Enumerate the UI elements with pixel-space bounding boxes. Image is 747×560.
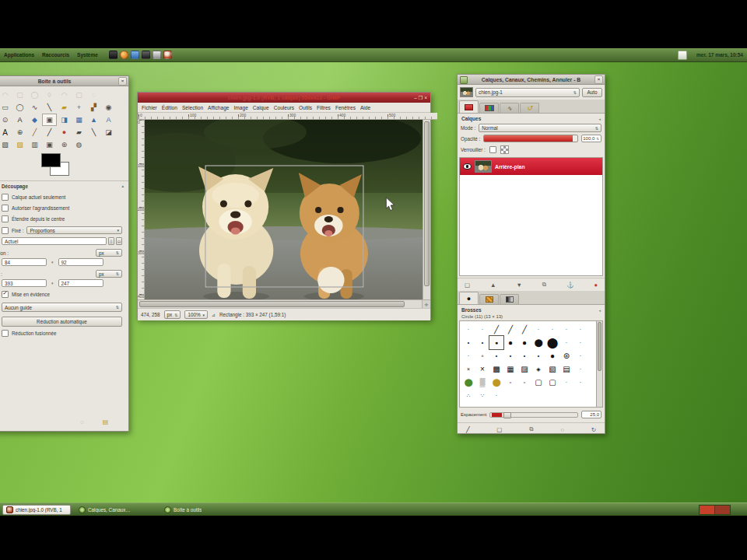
brush-thumbnail[interactable]: •	[475, 336, 489, 349]
brush-thumbnail[interactable]: ▨	[517, 362, 531, 376]
opacity-spinner[interactable]: 100,0⇅	[581, 135, 601, 142]
menu-affichage[interactable]: Affichage	[208, 105, 229, 110]
navigation-button[interactable]: ✛	[422, 300, 430, 308]
slider-handle[interactable]	[503, 412, 511, 418]
layer-row-background[interactable]: Arrière-plan	[460, 158, 602, 175]
tab-patterns[interactable]	[479, 294, 499, 304]
brush-thumbnail[interactable]: ⬤	[531, 336, 545, 349]
brush-action-icon[interactable]: ▢	[496, 426, 502, 433]
menu-calque[interactable]: Calque	[253, 105, 269, 110]
gimp-launcher-icon[interactable]	[163, 51, 172, 59]
tool-icon[interactable]: ▣	[42, 138, 57, 151]
foreground-color-swatch[interactable]	[41, 153, 61, 167]
checkbox-checked-icon[interactable]	[2, 291, 9, 298]
tool-icon[interactable]: ▨	[12, 138, 27, 151]
mode-dropdown[interactable]: Normal⇅	[479, 124, 601, 132]
brush-thumbnail[interactable]: ▢	[545, 376, 559, 389]
tab-undo[interactable]: ↺	[520, 103, 539, 113]
scrollbar-thumb[interactable]	[598, 322, 601, 371]
brush-thumbnail[interactable]: ▩	[489, 362, 503, 376]
option-expand-from-center[interactable]: Étendre depuis le centre	[0, 213, 128, 224]
layer-action-icon[interactable]: ▢	[465, 282, 470, 289]
tool-icon[interactable]: ◆	[27, 114, 42, 126]
brush-thumbnail[interactable]: ⬤	[545, 336, 559, 349]
scrollbar-thumb[interactable]	[424, 121, 430, 286]
tool-icon[interactable]: ◨	[57, 114, 72, 126]
tool-icon[interactable]	[86, 138, 101, 151]
tool-icon[interactable]: ╱	[42, 126, 57, 138]
brush-thumbnail[interactable]: ◈	[531, 362, 545, 376]
tool-icon[interactable]: ▭	[0, 101, 12, 114]
workspace-2[interactable]	[715, 506, 730, 514]
workspace-switcher[interactable]	[699, 505, 731, 515]
brush-thumbnail[interactable]: •	[461, 336, 475, 349]
brush-thumbnail[interactable]: ⬤	[461, 376, 475, 389]
brush-scrollbar[interactable]	[597, 320, 603, 408]
screenshot-launcher-icon[interactable]	[142, 51, 150, 59]
tab-layers[interactable]	[459, 100, 479, 113]
brush-thumbnail[interactable]: ▧	[545, 362, 559, 376]
layer-action-icon[interactable]: ⚓	[566, 282, 573, 289]
tool-icon[interactable]: A	[0, 126, 12, 138]
tool-icon[interactable]: ◠	[0, 89, 12, 101]
lock-alpha-icon[interactable]	[500, 145, 509, 154]
lock-checkbox[interactable]	[489, 146, 496, 153]
media-launcher-icon[interactable]	[153, 51, 161, 59]
brush-thumbnail[interactable]: ╱	[503, 323, 517, 336]
taskbar-item-image-window[interactable]: chien.jpg-1.0 (RVB, 1	[2, 505, 71, 515]
tool-icon[interactable]: ▥	[27, 138, 42, 151]
position-y-input[interactable]: 92	[58, 258, 103, 266]
brush-action-icon[interactable]: ╱	[466, 426, 470, 433]
brush-thumbnail[interactable]: ∘	[475, 349, 489, 362]
tool-icon[interactable]: ╱	[27, 126, 42, 138]
tool-icon[interactable]: ●	[57, 126, 72, 138]
layer-action-icon[interactable]: ●	[594, 282, 598, 289]
brush-thumbnail[interactable]: ∴	[461, 389, 475, 402]
brush-thumbnail[interactable]: ·	[531, 323, 545, 336]
auto-button[interactable]: Auto	[582, 88, 602, 97]
brush-thumbnail[interactable]: ∵	[475, 389, 489, 402]
horizontal-ruler[interactable]: 0100200300400500	[139, 113, 437, 120]
brush-thumbnail[interactable]: ▒	[475, 376, 489, 389]
tool-icon[interactable]: ◯	[27, 89, 42, 101]
collapse-icon[interactable]: ▴	[121, 184, 124, 189]
menu-couleurs[interactable]: Couleurs	[274, 105, 294, 110]
brush-thumbnail[interactable]: ⊛	[559, 349, 573, 362]
firefox-launcher-icon[interactable]	[120, 51, 128, 59]
option-current-layer-only[interactable]: Calque actuel seulement	[0, 191, 128, 202]
menu-image[interactable]: Image	[233, 105, 247, 110]
brush-thumbnail[interactable]: ╱	[489, 323, 503, 336]
tool-icon[interactable]: ◠	[57, 89, 72, 101]
tool-icon[interactable]: ╲	[42, 101, 57, 114]
brush-thumbnail[interactable]: ·	[573, 362, 587, 376]
panel-menu-raccourcis[interactable]: Raccourcis	[42, 52, 69, 58]
tool-icon[interactable]: ∿	[27, 101, 42, 114]
link-icon[interactable]: ▾	[51, 260, 54, 264]
brush-action-icon[interactable]: ↻	[591, 426, 596, 433]
scrollbar-thumb[interactable]	[139, 301, 405, 307]
tool-icon[interactable]: ◊	[42, 89, 57, 101]
tool-icon[interactable]: ▞	[86, 101, 101, 114]
tab-menu-icon[interactable]: ◂	[598, 117, 601, 121]
tool-icon[interactable]: +	[72, 101, 86, 114]
size-unit-dropdown[interactable]: px⇅	[96, 270, 122, 278]
layers-titlebar[interactable]: Calques, Canaux, Chemins, Annuler - B ×	[458, 75, 605, 85]
terminal-launcher-icon[interactable]	[109, 51, 117, 59]
tab-channels[interactable]	[479, 103, 499, 113]
opacity-slider[interactable]	[483, 135, 578, 142]
portrait-icon[interactable]: ▯	[108, 237, 114, 245]
guide-dropdown[interactable]: Aucun guide⇅	[2, 303, 122, 312]
tool-icon[interactable]	[101, 138, 116, 151]
size-height-input[interactable]: 247	[58, 279, 103, 287]
tool-icon[interactable]: ▦	[72, 114, 86, 126]
help-launcher-icon[interactable]	[131, 51, 139, 59]
layer-name[interactable]: Arrière-plan	[495, 164, 525, 170]
brush-thumbnail[interactable]: ╱	[517, 323, 531, 336]
tool-icon[interactable]: A	[101, 114, 116, 126]
tool-icon[interactable]: ▢	[12, 89, 27, 101]
autoshrink-button[interactable]: Réduction automatique	[2, 317, 122, 327]
image-selector-dropdown[interactable]: chien.jpg-1⇅	[475, 88, 580, 97]
taskbar-item-toolbox[interactable]: Boîte à outils	[161, 505, 212, 515]
brush-thumbnail[interactable]: ·	[545, 323, 559, 336]
tool-icon[interactable]: ▲	[86, 114, 101, 126]
